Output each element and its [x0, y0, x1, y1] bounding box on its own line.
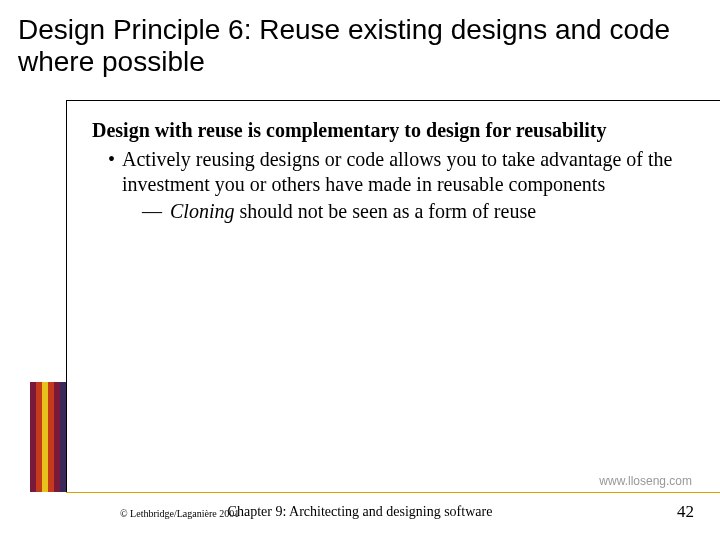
page-number: 42 — [677, 502, 694, 522]
decorative-stripe — [30, 382, 66, 492]
bullet-item: • Actively reusing designs or code allow… — [108, 147, 690, 197]
slide-title: Design Principle 6: Reuse existing desig… — [0, 0, 720, 86]
bullet-marker: • — [108, 147, 122, 197]
sub-bullet-marker: — — [142, 199, 170, 224]
emphasis: Cloning — [170, 200, 234, 222]
rule-bottom — [66, 492, 720, 493]
slide-body: Design with reuse is complementary to de… — [92, 118, 690, 224]
lead-text: Design with reuse is complementary to de… — [92, 118, 690, 143]
sub-bullet-item: — Cloning should not be seen as a form o… — [142, 199, 690, 224]
rule-vertical — [66, 100, 67, 492]
chapter-text: Chapter 9: Architecting and designing so… — [0, 504, 720, 520]
sub-bullet-rest: should not be seen as a form of reuse — [234, 200, 536, 222]
rule-top — [66, 100, 720, 101]
footer: © Lethbridge/Laganière 2001 Chapter 9: A… — [0, 502, 720, 532]
sub-bullet-text: Cloning should not be seen as a form of … — [170, 199, 690, 224]
bullet-text: Actively reusing designs or code allows … — [122, 147, 690, 197]
slide: Design Principle 6: Reuse existing desig… — [0, 0, 720, 540]
url-text: www.lloseng.com — [599, 474, 692, 488]
